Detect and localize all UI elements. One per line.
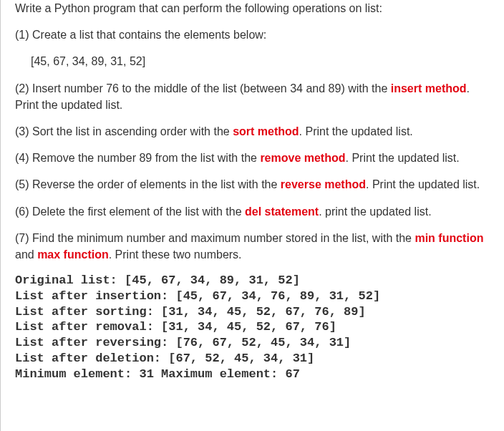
keyword-remove-method: remove method: [260, 152, 345, 164]
step-5: (5) Reverse the order of elements in the…: [15, 176, 490, 193]
step-4-text-b: . Print the updated list.: [346, 152, 460, 164]
step-7-text-b: . Print these two numbers.: [109, 248, 242, 261]
step-3: (3) Sort the list in ascending order wit…: [15, 123, 490, 140]
output-line-3: List after sorting: [31, 34, 45, 52, 67,…: [15, 304, 490, 320]
step-1: (1) Create a list that contains the elem…: [15, 26, 490, 43]
keyword-del-statement: del statement: [245, 205, 319, 218]
keyword-sort-method: sort method: [233, 125, 299, 137]
output-line-6: List after deletion: [67, 52, 45, 34, 31…: [15, 351, 490, 367]
output-line-1: Original list: [45, 67, 34, 89, 31, 52]: [15, 273, 490, 289]
step-7-text-a: (7) Find the minimum number and maximum …: [15, 232, 415, 244]
output-block: Original list: [45, 67, 34, 89, 31, 52]L…: [15, 273, 490, 382]
step-4: (4) Remove the number 89 from the list w…: [15, 150, 490, 166]
list-literal: [45, 67, 34, 89, 31, 52]: [15, 53, 490, 69]
step-3-text-a: (3) Sort the list in ascending order wit…: [15, 125, 233, 137]
step-6: (6) Delete the first element of the list…: [15, 203, 490, 220]
output-line-5: List after reversing: [76, 67, 52, 45, 3…: [15, 335, 490, 351]
output-line-4: List after removal: [31, 34, 45, 52, 67,…: [15, 319, 490, 335]
problem-page: Write a Python program that can perform …: [0, 0, 504, 431]
keyword-reverse-method: reverse method: [281, 178, 366, 190]
step-2: (2) Insert number 76 to the middle of th…: [15, 80, 490, 113]
step-7: (7) Find the minimum number and maximum …: [15, 230, 490, 263]
output-line-7: Minimum element: 31 Maximum element: 67: [15, 367, 490, 382]
step-5-text-a: (5) Reverse the order of elements in the…: [15, 178, 281, 190]
intro-text: Write a Python program that can perform …: [15, 0, 490, 16]
step-6-text-b: . print the updated list.: [319, 205, 431, 218]
step-5-text-b: . Print the updated list.: [366, 178, 480, 190]
step-7-text-mid: and: [15, 248, 37, 261]
output-line-2: List after insertion: [45, 67, 34, 76, 8…: [15, 289, 490, 304]
step-2-text-a: (2) Insert number 76 to the middle of th…: [15, 82, 391, 95]
step-4-text-a: (4) Remove the number 89 from the list w…: [15, 152, 260, 164]
keyword-max-function: max function: [37, 248, 109, 261]
step-3-text-b: . Print the updated list.: [299, 125, 413, 137]
keyword-insert-method: insert method: [391, 82, 467, 95]
keyword-min-function: min function: [415, 232, 483, 244]
step-6-text-a: (6) Delete the first element of the list…: [15, 205, 245, 218]
